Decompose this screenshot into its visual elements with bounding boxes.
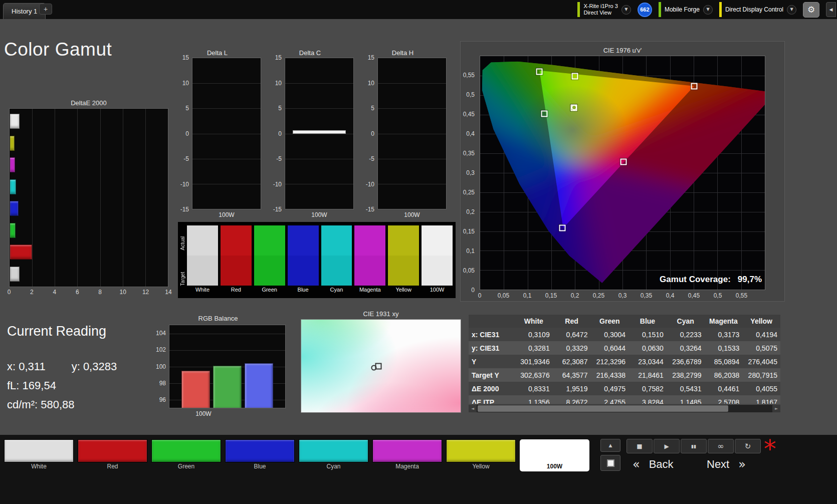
patch-100w[interactable]: 100W (520, 439, 589, 471)
expand-patches-button[interactable]: ▲ (600, 439, 620, 452)
axis-tick-label: 0,15 (463, 228, 475, 235)
table-cell: 1,8167 (742, 398, 780, 404)
patch-cyan[interactable]: Cyan (299, 439, 368, 471)
row-label: Y (469, 358, 515, 366)
table-cell: 0,3173 (705, 331, 743, 339)
patch-white[interactable]: White (4, 439, 74, 471)
table-cell: 0,5431 (667, 385, 705, 393)
axis-tick-label: -15 (180, 206, 189, 213)
actual-swatch (288, 225, 319, 256)
gridline (285, 83, 353, 84)
scroll-left-button[interactable]: ◄ (469, 405, 477, 412)
table-header-cell: Blue (629, 317, 667, 325)
collapse-panel-button[interactable]: ◀ (826, 2, 836, 17)
next-button[interactable]: Next » (707, 456, 746, 473)
axis-tick-label: 0,3 (466, 169, 475, 176)
delta-c-chart: Delta C 151050-5-10-15 100W (266, 49, 354, 218)
reading-fl: fL: 169,54 (7, 379, 117, 392)
source-dropdown-button[interactable]: ▼ (703, 5, 713, 15)
source-selector[interactable]: Mobile Forge ▼ (659, 2, 713, 17)
bar-blue (245, 363, 273, 408)
axis-tick-label: 96 (159, 396, 166, 403)
delta-bar (293, 130, 346, 133)
meter-selector[interactable]: X-Rite i1Pro 3 Direct View ▼ (577, 2, 631, 17)
gear-icon: ⚙ (807, 5, 815, 15)
patch-label: White (4, 462, 74, 471)
x-axis-label: 100W (169, 410, 238, 417)
scrollbar-track[interactable] (477, 405, 772, 412)
table-cell: 0,5075 (742, 344, 780, 352)
table-cell: 302,6376 (515, 371, 553, 379)
scrollbar-thumb[interactable] (478, 405, 728, 412)
patch-color (372, 439, 442, 462)
patch-green[interactable]: Green (151, 439, 221, 471)
patch-magenta[interactable]: Magenta (372, 439, 442, 471)
display-control-selector[interactable]: Direct Display Control ▼ (719, 2, 796, 17)
top-bar-right: X-Rite i1Pro 3 Direct View ▼ 662 Mobile … (577, 0, 836, 19)
pause-button[interactable]: ▮▮ (681, 439, 707, 453)
ddc-accent (719, 2, 722, 17)
axis-tick-label: 2 (30, 289, 34, 296)
table-scrollbar[interactable]: ◄ ► (469, 405, 780, 412)
table-cell: 276,4045 (742, 358, 780, 366)
infinity-icon: ∞ (717, 441, 724, 451)
refresh-button[interactable]: ↻ (735, 439, 761, 453)
meter-line2: Direct View (583, 10, 617, 16)
pause-icon: ▮▮ (691, 444, 696, 449)
results-table: WhiteRedGreenBlueCyanMagentaYellowx: CIE… (469, 315, 780, 404)
patch-yellow[interactable]: Yellow (446, 439, 516, 471)
actual-row-label: Actual (180, 225, 187, 261)
table-cell: 0,3264 (667, 344, 705, 352)
settings-gear-button[interactable]: ⚙ (803, 2, 819, 18)
swatch-col-blue: Blue (288, 225, 319, 296)
axis-tick-label: 0,2 (571, 292, 579, 299)
patch-label: Magenta (372, 462, 442, 471)
play-button[interactable]: ▶ (654, 439, 680, 453)
gridline (378, 83, 446, 84)
axis-tick-label: -15 (273, 206, 282, 213)
swatch-label: Magenta (354, 286, 385, 294)
axis-tick-label: 10 (275, 80, 282, 87)
axis-tick-label: 0,1 (466, 247, 475, 255)
swatch-col-green: Green (254, 225, 285, 296)
axis-tick-label: 0,55 (736, 292, 747, 299)
actual-swatch (187, 225, 218, 256)
patch-red[interactable]: Red (78, 439, 147, 471)
chart-title: DeltaE 2000 (9, 99, 168, 107)
current-reading-title: Current Reading (7, 324, 117, 339)
target-swatch (221, 256, 252, 286)
axis-tick-label: 15 (182, 54, 189, 61)
back-button[interactable]: « Back (633, 456, 674, 473)
table-cell: 0,6472 (553, 331, 591, 339)
deltae-xticks: 02468101214 (9, 289, 168, 297)
gamut-marker-blue (559, 225, 565, 231)
rgb-balance-chart: RGB Balance 1041021009896 100W (150, 315, 286, 417)
table-row: ΔE ITP1,13568,26722,47553,82841,14852,57… (469, 395, 780, 404)
axis-tick-label: 10 (182, 80, 189, 87)
display-control-dropdown-button[interactable]: ▼ (787, 5, 796, 15)
gridline (285, 159, 353, 159)
gamut-coverage: Gamut Coverage: 99,7% (660, 275, 762, 285)
stop-button[interactable]: ■ (626, 439, 653, 453)
axis-tick-label: -5 (276, 155, 282, 162)
patch-blue[interactable]: Blue (225, 439, 295, 471)
row-label: ΔE ITP (469, 398, 515, 404)
main-content: Color Gamut DeltaE 2000 02468101214 Delt… (0, 19, 837, 435)
table-cell: 21,8461 (629, 371, 667, 379)
table-row: y: CIE310,32810,33290,60440,06300,32640,… (469, 341, 780, 355)
add-tab-button[interactable]: + (39, 4, 52, 15)
table-header-cell: White (515, 317, 553, 325)
meter-dropdown-button[interactable]: ▼ (621, 5, 631, 15)
loop-continuous-button[interactable]: ∞ (708, 439, 734, 453)
patch-window-button[interactable] (600, 455, 620, 471)
current-reading: Current Reading x: 0,311 y: 0,3283 fL: 1… (7, 324, 117, 411)
gridline (378, 159, 446, 159)
table-cell: 0,4461 (705, 385, 743, 393)
scroll-right-button[interactable]: ► (772, 405, 780, 412)
table-header-cell: Green (590, 317, 629, 325)
axis-tick-label: 15 (275, 54, 282, 61)
chevron-left-icon: ◀ (829, 7, 833, 12)
cie-horseshoe-diagram (480, 56, 765, 290)
axis-tick-label: 10 (119, 289, 126, 296)
gamut-coverage-value: 99,7% (738, 275, 762, 285)
